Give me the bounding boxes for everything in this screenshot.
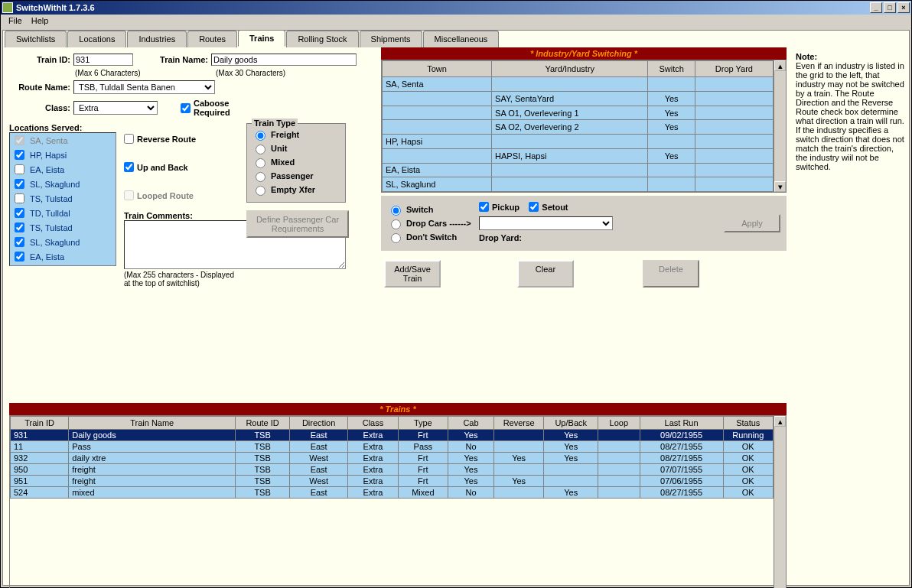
- train-comments-hint: (Max 255 characters - Displayed at the t…: [124, 271, 239, 288]
- industry-grid-scrollbar[interactable]: ▴ ▾: [774, 60, 786, 192]
- table-row[interactable]: EA, Eista: [383, 163, 774, 177]
- content-area: SwitchlistsLocationsIndustriesRoutesTrai…: [2, 30, 910, 586]
- apply-button: Apply: [724, 214, 780, 232]
- train-id-input[interactable]: [73, 54, 133, 66]
- tab-industries[interactable]: Industries: [127, 31, 187, 47]
- drop-yard-label: Drop Yard:: [479, 233, 525, 242]
- setout-checkbox[interactable]: Setout: [529, 202, 568, 212]
- industry-switching-header: * Industry/Yard Switching *: [381, 47, 787, 60]
- table-row[interactable]: 931Daily goodsTSBEastExtraFrtYesYes09/02…: [11, 430, 774, 441]
- app-icon: [2, 2, 13, 13]
- add-save-train-button[interactable]: Add/Save Train: [384, 260, 441, 288]
- delete-button: Delete: [643, 260, 699, 288]
- tab-switchlists[interactable]: Switchlists: [5, 31, 67, 47]
- note-title: Note:: [796, 52, 904, 61]
- trains-grid-scrollbar[interactable]: ▴: [774, 416, 786, 588]
- list-item[interactable]: EA, Eista: [10, 249, 116, 264]
- train-name-hint: (Max 30 Characters): [216, 69, 285, 77]
- tab-routes[interactable]: Routes: [187, 31, 237, 47]
- define-passenger-button: Define Passenger Car Requirements: [246, 210, 349, 238]
- drop-cars-radio[interactable]: Drop Cars ------>: [387, 217, 471, 229]
- maximize-button[interactable]: □: [884, 2, 896, 13]
- menu-file[interactable]: File: [4, 15, 27, 28]
- up-and-back-checkbox[interactable]: Up and Back: [124, 162, 188, 172]
- locations-listbox[interactable]: SA, SentaHP, HapsiEA, EistaSL, SkaglundT…: [9, 132, 116, 266]
- note-body: Even if an industry is listed in the gri…: [796, 61, 904, 171]
- note-panel: Note: Even if an industry is listed in t…: [793, 49, 907, 174]
- train-id-hint: (Max 6 Characters): [75, 69, 151, 77]
- locations-served-label: Locations Served:: [9, 123, 116, 132]
- table-row[interactable]: SA, Senta: [383, 77, 774, 92]
- train-type-unit[interactable]: Unit: [252, 142, 340, 154]
- table-row[interactable]: 932daily xtreTSBWestExtraFrtYesYesYes08/…: [11, 453, 774, 464]
- reverse-route-checkbox[interactable]: Reverse Route: [124, 134, 196, 144]
- window-title: SwitchWithIt 1.7.3.6: [16, 3, 95, 12]
- clear-button[interactable]: Clear: [517, 260, 574, 288]
- table-row[interactable]: HP, Hapsi: [383, 135, 774, 149]
- train-type-mixed[interactable]: Mixed: [252, 156, 340, 168]
- table-row[interactable]: SL, Skaglund: [383, 177, 774, 192]
- list-item[interactable]: SL, Skaglund: [10, 177, 116, 191]
- list-item[interactable]: SA, Senta: [10, 133, 116, 148]
- route-name-label: Route Name:: [9, 83, 73, 92]
- train-type-freight[interactable]: Freight: [252, 128, 340, 141]
- table-row[interactable]: SA O1, Overlevering 1Yes: [383, 106, 774, 120]
- table-row[interactable]: 524mixedTSBEastExtraMixedNoYes08/27/1955…: [11, 487, 774, 499]
- tab-shipments[interactable]: Shipments: [360, 31, 422, 47]
- list-item[interactable]: EA, Eista: [10, 162, 116, 177]
- menu-help[interactable]: Help: [27, 15, 54, 28]
- class-select[interactable]: Extra: [73, 101, 158, 115]
- list-item[interactable]: HP, Hapsi: [10, 148, 116, 162]
- route-name-select[interactable]: TSB, Tuldall Senta Banen: [73, 80, 215, 94]
- minimize-button[interactable]: _: [870, 2, 882, 13]
- train-comments-label: Train Comments:: [124, 211, 239, 220]
- title-bar: SwitchWithIt 1.7.3.6 _ □ ×: [1, 1, 911, 15]
- table-row[interactable]: SA O2, Overlevering 2Yes: [383, 120, 774, 135]
- train-type-empty-xfer[interactable]: Empty Xfer: [252, 184, 340, 196]
- table-row[interactable]: 11PassTSBEastExtraPassNoYes08/27/1955OK: [11, 441, 774, 453]
- list-item[interactable]: TS, Tulstad: [10, 220, 116, 235]
- list-item[interactable]: SL, Skaglund: [10, 235, 116, 249]
- list-item[interactable]: TS, Tulstad: [10, 191, 116, 206]
- tab-trains[interactable]: Trains: [238, 30, 285, 47]
- menu-bar: File Help: [1, 15, 911, 28]
- caboose-checkbox[interactable]: Caboose Required: [181, 99, 239, 117]
- class-label: Class:: [9, 103, 73, 112]
- tab-strip: SwitchlistsLocationsIndustriesRoutesTrai…: [5, 30, 500, 47]
- train-type-passenger[interactable]: Passenger: [252, 170, 340, 182]
- tab-body: Train ID: Train Name: (Max 6 Characters)…: [3, 47, 909, 585]
- close-button[interactable]: ×: [897, 2, 910, 13]
- table-row[interactable]: HAPSI, HapsiYes: [383, 148, 774, 163]
- drop-cars-select[interactable]: [479, 216, 613, 230]
- tab-miscellaneous[interactable]: Miscellaneous: [423, 31, 500, 47]
- train-name-input[interactable]: [211, 54, 357, 66]
- looped-route-checkbox: Looped Route: [124, 190, 194, 200]
- list-item[interactable]: HP, Hapsi: [10, 264, 116, 266]
- trains-header: * Trains *: [9, 403, 787, 415]
- pickup-checkbox[interactable]: Pickup: [479, 202, 520, 212]
- table-row[interactable]: 951freightTSBWestExtraFrtYesYes07/06/195…: [11, 476, 774, 487]
- industry-grid: TownYard/IndustrySwitchDrop YardSA, Sent…: [381, 60, 787, 193]
- train-id-label: Train ID:: [9, 55, 73, 64]
- train-name-label: Train Name:: [150, 55, 211, 64]
- trains-grid[interactable]: Train IDTrain NameRoute IDDirectionClass…: [9, 415, 787, 588]
- table-row[interactable]: SAY, SentaYardYes: [383, 91, 774, 106]
- switch-panel: Switch Drop Cars ------> Don't Switch Pi…: [381, 196, 787, 251]
- tab-rolling-stock[interactable]: Rolling Stock: [286, 31, 358, 47]
- tab-locations[interactable]: Locations: [67, 31, 126, 47]
- dont-switch-radio[interactable]: Don't Switch: [387, 231, 471, 243]
- app-window: SwitchWithIt 1.7.3.6 _ □ × File Help Swi…: [0, 0, 912, 588]
- table-row[interactable]: 950freightTSBEastExtraFrtYes07/07/1955OK: [11, 464, 774, 476]
- train-type-fieldset: Train Type FreightUnitMixedPassengerEmpt…: [246, 123, 346, 203]
- list-item[interactable]: TD, Tulldal: [10, 206, 116, 220]
- switch-radio[interactable]: Switch: [387, 203, 471, 216]
